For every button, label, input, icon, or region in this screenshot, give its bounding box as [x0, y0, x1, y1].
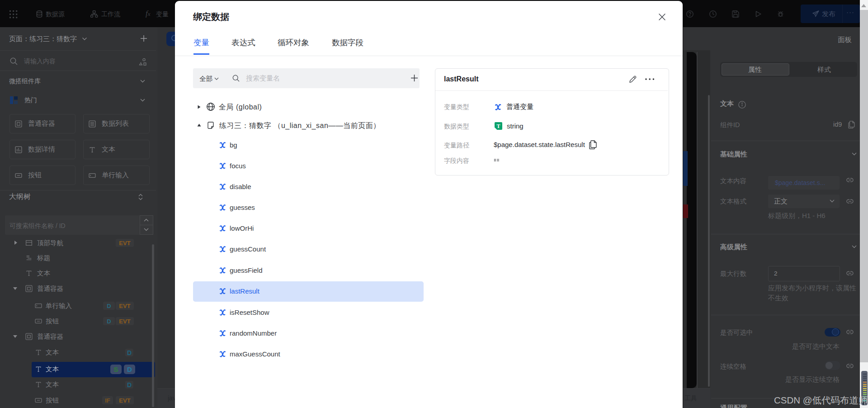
svg-text:T: T — [496, 123, 500, 129]
